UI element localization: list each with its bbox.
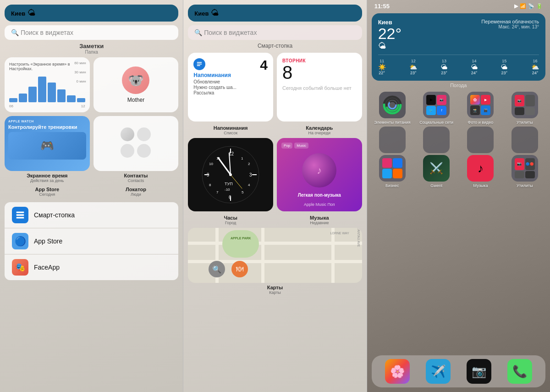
top-widget-row: 4 Напоминания Обновление Нужно создать ш… [183,53,366,121]
music-app-icon[interactable]: ♪ [467,155,494,182]
dock-phone[interactable]: 📞 [507,359,532,384]
search-bar-2[interactable]: 🔍 Поиск в виджетах [188,25,362,40]
util-label-1: Утилиты [517,120,533,125]
dock-telegram[interactable]: ✈️ [426,359,451,384]
svg-text:6: 6 [229,195,231,200]
screentime-label: Экранное время Действия за день [5,173,90,183]
app-row-1: Элементы питания ▶ 📷 🐦 f Социальные сети… [367,92,550,125]
forecast-day-11: 11 [378,59,386,63]
u2-mini [525,95,535,106]
cal-day-label: ВТОРНИК [282,58,357,63]
dot-2 [137,127,151,141]
util-folder-2[interactable]: 📷 🔵🔴 [512,155,538,182]
screentime-title: Экранное время [5,173,90,178]
bar-8 [77,98,85,102]
empty-icon-4 [512,127,538,153]
list-item-1[interactable]: Смарт-стопка [5,202,178,228]
maps-widget[interactable]: APPLE PARK TANTAU AVE LORNE WAY 🔍 🍽 [188,228,362,283]
svg-rect-5 [197,65,200,66]
battery-icon: 🔋 [536,3,543,9]
forecast-icon-16: ⛅ [531,63,539,71]
dock-photos[interactable]: 🌸 [385,359,410,384]
calendar-widget[interactable]: ВТОРНИК 8 Сегодня событий больше нет [277,53,362,121]
panel-3-content: 11:55 ▶ 📶 📡 🔋 Киев 22° 🌤 Переменная обла… [367,0,550,392]
weather-main-icon: 🌤 [378,41,402,51]
util-cell-2: 📷 🔵🔴 Утилиты [505,155,544,188]
util-folder-1[interactable]: 📷 [512,92,538,118]
music-app-cell: ♪ Музыка [461,155,500,188]
screentime-widget[interactable]: Настроить «Экранное время» в Настройках.… [5,57,90,112]
forecast-day-15: 15 [501,59,507,63]
screentime-configure: Настроить «Экранное время» в Настройках. [9,62,85,71]
weather-icon-2: 🌤 [211,8,219,17]
screentime-time3: 0 мин [77,79,86,83]
search-bar-1[interactable]: 🔍 Поиск в виджетах [5,25,178,40]
svg-text:2: 2 [248,162,250,166]
reminders-icon [193,58,205,70]
dock-camera[interactable]: 📷 [467,359,491,384]
photos-mini: 🌸 [470,95,480,105]
instagram-mini: 📷 [437,95,446,105]
photo-label: Фото и видео [468,120,494,125]
weather-card[interactable]: Киев 22° 🌤 Переменная облачность Макс. 2… [372,13,545,81]
locator-sub: Люди [94,192,179,197]
wifi-icon: 📡 [528,3,534,9]
clock-widget[interactable]: 12 3 6 9 1 2 4 5 7 8 10 11 [188,138,273,211]
panel-2: Киев 🌤 🔍 Поиск в виджетах Смарт-стопка 4… [183,0,367,392]
music-app-label: Музыка [473,183,488,188]
chart [9,72,85,104]
stack-label: Смарт-стопка [183,43,366,49]
social-folder[interactable]: ▶ 📷 🐦 f [423,92,450,118]
svg-rect-1 [16,214,24,215]
forecast-11: 11 ☀️ 22° [378,59,386,75]
screentime-sub: Действия за день [5,178,90,183]
list-item-2[interactable]: 🔵 App Store [5,228,178,254]
reminders-count: 4 [260,57,268,73]
chart-label-12: 12 [81,104,85,108]
biz-1 [382,158,392,168]
empty-cell-4 [505,127,544,153]
rings-icon[interactable] [379,92,406,118]
biznes-cell: Бизнес [373,155,412,188]
gwent-icon[interactable]: ⚔️ [423,155,450,182]
music-widget[interactable]: Pop Music ♪ Легкая поп-музыка Apple Musi… [277,138,362,211]
forecast-day-13: 13 [441,59,447,63]
weather-left: Киев 22° 🌤 [378,19,402,51]
maps-footer-title: Карты [183,285,366,290]
rings-cell: Элементы питания [373,92,412,125]
clock-face: 12 3 6 9 1 2 4 5 7 8 10 11 [201,145,260,204]
music-footer: Музыка Недавние [277,215,362,225]
folder-section: Заметки Папка [0,43,183,55]
biznes-folder[interactable] [379,155,406,182]
forecast-icon-14: 🌥 [471,63,478,71]
forecast-temp-12: 23° [409,71,417,75]
map-bg: APPLE PARK TANTAU AVE LORNE WAY 🔍 🍽 [188,228,362,283]
music-tags: Pop Music [281,143,308,149]
locator-widget[interactable] [94,116,179,171]
dot-1 [121,127,134,141]
contacts-widget[interactable]: 🐨 Mother [94,57,179,112]
park-label: APPLE PARK [222,230,259,240]
widget-footers-1: Напоминания Список Календарь На очереди [183,125,366,135]
status-bar: 11:55 ▶ 📶 📡 🔋 [367,0,550,12]
status-time: 11:55 [374,3,390,10]
appstore-widget[interactable]: APPLE WATCH Контролируйте тренировки 🎮 [5,116,90,171]
empty-cell-3 [461,127,500,153]
reminders-widget[interactable]: 4 Напоминания Обновление Нужно создать ш… [188,53,273,121]
folder-subtitle: Папка [0,50,183,55]
clock-footer: Часы Город [188,215,273,225]
locator-dots [121,127,151,158]
photo-folder[interactable]: 🌸 ▶ 📸 🎬 [467,92,494,118]
photo-cell: 🌸 ▶ 📸 🎬 Фото и видео [461,92,500,125]
chart-labels: 06 12 [9,104,85,108]
svg-text:1: 1 [241,156,243,160]
widget-labels-row: Экранное время Действия за день Контакты… [0,173,183,197]
svg-rect-3 [197,62,202,63]
contacts-title: Контакты [94,173,179,178]
appstore-tag: APPLE WATCH [8,120,86,123]
widget-grid-1: Настроить «Экранное время» в Настройках.… [0,57,183,171]
appstore-label: App Store Сегодня [5,187,90,197]
search-placeholder-2: 🔍 Поиск в виджетах [194,29,257,36]
svg-rect-4 [197,64,202,65]
list-item-3[interactable]: 🎭 FaceApp [5,254,178,280]
